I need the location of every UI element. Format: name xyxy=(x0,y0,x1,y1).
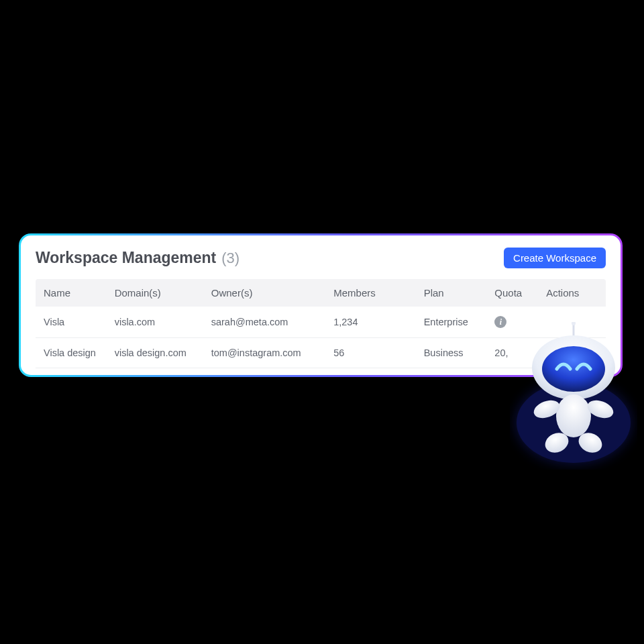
workspace-card-inner: Workspace Management (3) Create Workspac… xyxy=(21,235,621,375)
cell-quota: 20, xyxy=(494,347,546,358)
cell-quota: i xyxy=(494,316,546,328)
create-workspace-button[interactable]: Create Workspace xyxy=(504,248,606,268)
col-header-name: Name xyxy=(44,287,115,299)
page-title: Workspace Management xyxy=(36,249,216,267)
cell-owner: sarah@meta.com xyxy=(211,317,333,327)
svg-point-0 xyxy=(517,382,631,463)
card-header: Workspace Management (3) Create Workspac… xyxy=(36,248,606,268)
cell-plan: Business xyxy=(424,347,495,358)
svg-point-9 xyxy=(576,429,605,457)
table-row[interactable]: Visla visla.com sarah@meta.com 1,234 Ent… xyxy=(36,307,606,338)
col-header-members: Members xyxy=(333,287,423,299)
table-header: Name Domain(s) Owner(s) Members Plan Quo… xyxy=(36,279,606,307)
svg-point-7 xyxy=(585,397,616,421)
cell-domain: visla.com xyxy=(115,317,211,327)
svg-point-8 xyxy=(542,429,572,457)
cell-name: Visla design xyxy=(44,347,115,358)
svg-point-6 xyxy=(531,397,562,421)
col-header-quota: Quota xyxy=(494,287,546,299)
col-header-owner: Owner(s) xyxy=(211,287,333,299)
cell-plan: Enterprise xyxy=(424,317,495,327)
table-row[interactable]: Visla design visla design.com tom@instag… xyxy=(36,338,606,368)
workspace-card: Workspace Management (3) Create Workspac… xyxy=(19,233,623,377)
cell-domain: visla design.com xyxy=(115,347,211,358)
svg-point-5 xyxy=(556,394,591,437)
col-header-actions: Actions xyxy=(546,287,598,299)
col-header-plan: Plan xyxy=(424,287,495,299)
col-header-domain: Domain(s) xyxy=(115,287,211,299)
cell-owner: tom@instagram.com xyxy=(211,347,333,358)
cell-name: Visla xyxy=(44,317,115,327)
workspace-count: (3) xyxy=(221,250,239,267)
cell-members: 1,234 xyxy=(333,317,423,327)
cell-members: 56 xyxy=(333,347,423,358)
title-group: Workspace Management (3) xyxy=(36,249,239,267)
info-icon[interactable]: i xyxy=(494,316,506,328)
workspace-table: Name Domain(s) Owner(s) Members Plan Quo… xyxy=(36,279,606,368)
